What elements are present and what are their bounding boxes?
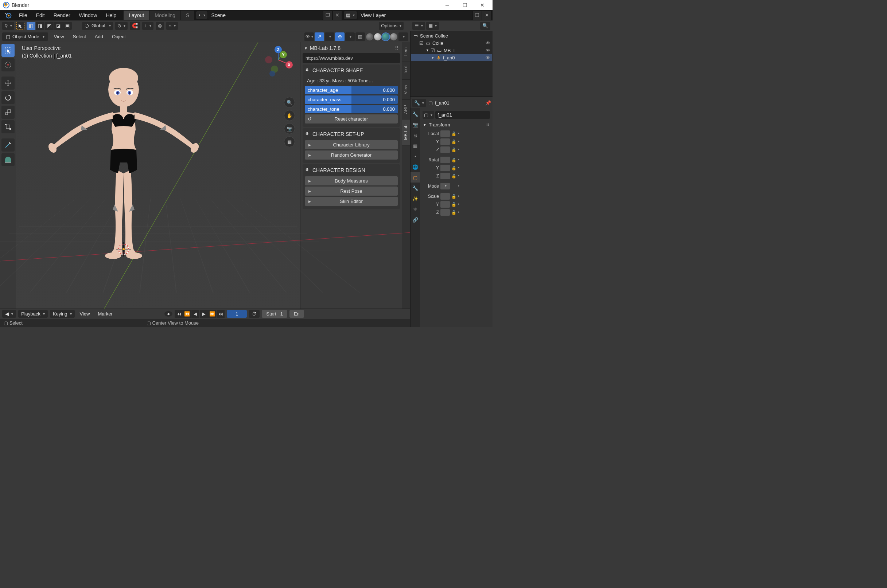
properties-editor-type[interactable]: 🔧▾ — [412, 99, 426, 107]
tab-more[interactable]: S — [181, 10, 195, 20]
pivot-dropdown[interactable]: ⊙▾ — [115, 22, 128, 30]
mblab-url[interactable]: https://www.mblab.dev — [302, 53, 400, 63]
visibility-dropdown[interactable]: 👁▾ — [304, 32, 314, 41]
menu-file[interactable]: File — [15, 11, 32, 20]
new-viewlayer-button[interactable]: ❐ — [473, 11, 482, 20]
jump-prev-key-button[interactable]: ⏪ — [183, 310, 191, 318]
scene-name-input[interactable]: Scene — [208, 11, 323, 20]
outliner-search-icon[interactable]: 🔍 — [480, 22, 490, 30]
snap-toggle[interactable]: 🧲 — [130, 22, 140, 30]
shading-dropdown[interactable]: ▾ — [398, 32, 408, 41]
eye-icon[interactable]: 👁 — [486, 55, 490, 60]
slider-character-age[interactable]: character_age0.000 — [305, 86, 398, 94]
object-name-input[interactable]: f_an01 — [435, 111, 490, 119]
n-tab-item[interactable]: Item — [402, 42, 410, 61]
scale-x-input[interactable] — [440, 193, 450, 200]
random-generator-button[interactable]: ▶Random Generator — [305, 150, 398, 160]
skin-editor-button[interactable]: ▶Skin Editor — [305, 197, 398, 206]
timeline-marker[interactable]: Marker — [95, 310, 115, 318]
n-tab-view[interactable]: View — [402, 80, 410, 100]
proportional-toggle[interactable]: ◎ — [156, 22, 164, 30]
tool-move[interactable] — [2, 76, 15, 90]
rotation-mode-dropdown[interactable]: ▾ — [440, 183, 450, 189]
3d-viewport[interactable]: User Perspective (1) Collection | f_an01 — [0, 42, 410, 309]
proptab-modifiers[interactable]: 🔧 — [410, 183, 420, 193]
select-intersect-button[interactable]: ◪ — [54, 22, 63, 30]
eye-icon[interactable]: 👁 — [486, 40, 490, 46]
rest-pose-button[interactable]: ▶Rest Pose — [305, 186, 398, 196]
select-new-button[interactable]: ◧ — [27, 22, 35, 30]
current-frame-input[interactable]: 1 — [227, 310, 247, 318]
pin-icon[interactable]: 📌 — [485, 100, 491, 106]
proptab-render[interactable]: 📷 — [410, 120, 420, 130]
location-z-input[interactable] — [440, 147, 450, 153]
orientation-dropdown[interactable]: ⭯ Global▾ — [82, 22, 113, 30]
menu-help[interactable]: Help — [101, 11, 121, 20]
outliner-collection[interactable]: ☑ ▭ Colle 👁 — [411, 39, 492, 46]
overlay-dropdown[interactable]: ▾ — [345, 32, 355, 41]
scene-browse-dropdown[interactable]: 🞄▾ — [196, 11, 207, 19]
gizmo-toggle[interactable]: ↗ — [315, 32, 324, 41]
proptab-world[interactable]: 🌐 — [410, 162, 420, 172]
outliner-scene-collection[interactable]: ▭ Scene Collec — [411, 32, 492, 39]
scale-y-input[interactable] — [440, 201, 450, 208]
menu-window[interactable]: Window — [75, 11, 102, 20]
reset-character-button[interactable]: ↺ Reset character — [305, 114, 398, 123]
zoom-button[interactable]: 🔍 — [284, 97, 295, 108]
overlay-toggle[interactable]: ⊕ — [335, 32, 344, 41]
n-tab-tool[interactable]: Tool — [402, 61, 410, 80]
timeline-editor-type[interactable]: ◀▾ — [2, 310, 16, 318]
tool-select-box[interactable] — [2, 44, 15, 57]
object-data-dropdown[interactable]: ▢▾ — [422, 111, 434, 119]
gizmo-dropdown[interactable]: ▾ — [325, 32, 334, 41]
playback-dropdown[interactable]: Playback▾ — [18, 310, 48, 318]
viewport-menu-select[interactable]: Select — [70, 32, 89, 41]
scale-z-input[interactable] — [440, 209, 450, 216]
xray-toggle[interactable]: ▥ — [355, 32, 365, 41]
timeline-view[interactable]: View — [77, 310, 93, 318]
select-invert-button[interactable]: ▣ — [63, 22, 72, 30]
menu-edit[interactable]: Edit — [32, 11, 49, 20]
camera-view-button[interactable]: 📷 — [284, 123, 295, 134]
viewlayer-browse-dropdown[interactable]: ▦▾ — [344, 11, 357, 19]
rotation-x-input[interactable] — [440, 157, 450, 163]
start-frame-input[interactable]: Start 1 — [262, 310, 287, 318]
slider-character-mass[interactable]: character_mass0.000 — [305, 96, 398, 104]
select-subtract-button[interactable]: ◩ — [45, 22, 54, 30]
jump-next-key-button[interactable]: ⏩ — [208, 310, 216, 318]
n-tab-arp[interactable]: ARP — [402, 100, 410, 120]
outliner-mb-collection[interactable]: ▼ ☑ ▭ MB_L 👁 — [411, 46, 492, 54]
proptab-constraints[interactable]: 🔗 — [410, 214, 420, 225]
play-button[interactable]: ▶ — [200, 310, 208, 318]
new-scene-button[interactable]: ❐ — [323, 11, 332, 20]
viewport-menu-object[interactable]: Object — [109, 32, 129, 41]
pan-button[interactable]: ✋ — [284, 110, 295, 121]
shading-solid[interactable] — [374, 33, 381, 40]
body-measures-button[interactable]: ▶Body Measures — [305, 176, 398, 185]
tool-cursor[interactable] — [2, 58, 15, 71]
character-library-button[interactable]: ▶Character Library — [305, 140, 398, 149]
shading-rendered[interactable] — [390, 33, 397, 40]
outliner-display-mode[interactable]: ▦▾ — [426, 22, 439, 30]
eye-icon[interactable]: 👁 — [486, 48, 490, 53]
play-reverse-button[interactable]: ◀ — [191, 310, 199, 318]
maximize-button[interactable]: ☐ — [461, 2, 469, 8]
proptab-scene[interactable]: 🞄 — [410, 151, 420, 161]
shading-wireframe[interactable] — [366, 33, 373, 40]
tool-transform[interactable] — [2, 120, 15, 134]
proptab-tool[interactable]: 🔧 — [410, 109, 420, 119]
menu-render[interactable]: Render — [49, 11, 75, 20]
proptab-object[interactable]: ▢ — [410, 172, 420, 183]
delete-viewlayer-button[interactable]: ✕ — [482, 11, 491, 20]
lock-icon[interactable]: 🔓 — [451, 132, 456, 136]
close-button[interactable]: ✕ — [479, 2, 486, 8]
proptab-output[interactable]: 🖨 — [410, 130, 420, 140]
end-frame-input[interactable]: En — [289, 310, 304, 318]
autokey-toggle[interactable]: ● — [164, 311, 173, 316]
app-icon[interactable] — [4, 11, 12, 20]
viewlayer-name-input[interactable]: View Layer — [358, 11, 472, 20]
shading-matpreview[interactable] — [382, 33, 389, 40]
properties-breadcrumb[interactable]: f_an01 — [435, 100, 450, 106]
outliner-editor-type[interactable]: ☰▾ — [412, 22, 425, 30]
slider-character-tone[interactable]: character_tone0.000 — [305, 105, 398, 113]
